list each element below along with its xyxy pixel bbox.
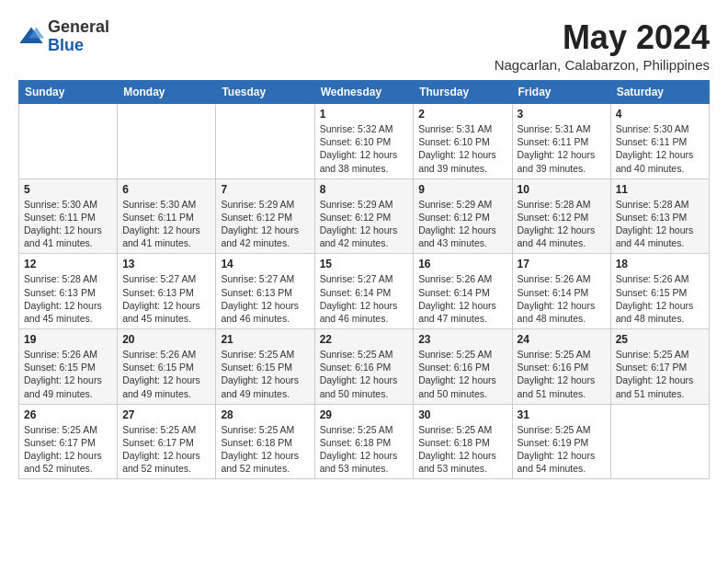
logo-general: General — [48, 18, 109, 37]
day-info: Sunrise: 5:27 AM Sunset: 6:14 PM Dayligh… — [320, 272, 409, 325]
weekday-header: Sunday — [19, 81, 118, 104]
day-info: Sunrise: 5:25 AM Sunset: 6:18 PM Dayligh… — [320, 423, 409, 476]
day-number: 26 — [24, 408, 112, 421]
day-info: Sunrise: 5:26 AM Sunset: 6:15 PM Dayligh… — [122, 348, 210, 400]
day-number: 12 — [24, 258, 112, 270]
day-info: Sunrise: 5:29 AM Sunset: 6:12 PM Dayligh… — [221, 198, 309, 250]
day-info: Sunrise: 5:28 AM Sunset: 6:12 PM Dayligh… — [518, 198, 606, 250]
logo: General Blue — [18, 18, 109, 55]
calendar-cell: 4Sunrise: 5:30 AM Sunset: 6:11 PM Daylig… — [610, 104, 709, 179]
weekday-header-row: SundayMondayTuesdayWednesdayThursdayFrid… — [19, 81, 710, 104]
day-info: Sunrise: 5:31 AM Sunset: 6:10 PM Dayligh… — [418, 122, 506, 175]
day-number: 17 — [518, 258, 606, 270]
day-info: Sunrise: 5:27 AM Sunset: 6:13 PM Dayligh… — [221, 272, 309, 325]
day-number: 11 — [616, 183, 704, 196]
calendar-cell: 22Sunrise: 5:25 AM Sunset: 6:16 PM Dayli… — [314, 329, 414, 405]
weekday-header: Saturday — [610, 81, 709, 104]
calendar-cell: 7Sunrise: 5:29 AM Sunset: 6:12 PM Daylig… — [216, 178, 314, 254]
day-number: 16 — [418, 258, 506, 270]
calendar-cell: 25Sunrise: 5:25 AM Sunset: 6:17 PM Dayli… — [610, 329, 709, 405]
title-area: May 2024 Nagcarlan, Calabarzon, Philippi… — [495, 18, 710, 73]
calendar-cell — [19, 104, 118, 179]
calendar-cell: 18Sunrise: 5:26 AM Sunset: 6:15 PM Dayli… — [610, 254, 709, 329]
calendar-cell: 20Sunrise: 5:26 AM Sunset: 6:15 PM Dayli… — [118, 329, 216, 405]
location: Nagcarlan, Calabarzon, Philippines — [495, 57, 710, 73]
page-header: General Blue May 2024 Nagcarlan, Calabar… — [18, 18, 710, 73]
day-number: 3 — [518, 108, 606, 121]
day-number: 2 — [418, 108, 506, 121]
day-info: Sunrise: 5:25 AM Sunset: 6:17 PM Dayligh… — [24, 423, 112, 476]
day-number: 8 — [320, 183, 409, 196]
calendar-week-row: 12Sunrise: 5:28 AM Sunset: 6:13 PM Dayli… — [19, 254, 710, 329]
day-info: Sunrise: 5:25 AM Sunset: 6:19 PM Dayligh… — [518, 423, 606, 476]
day-number: 4 — [616, 108, 704, 121]
day-number: 19 — [24, 333, 112, 346]
calendar-cell: 6Sunrise: 5:30 AM Sunset: 6:11 PM Daylig… — [118, 178, 216, 254]
weekday-header: Thursday — [414, 81, 512, 104]
calendar-cell: 24Sunrise: 5:25 AM Sunset: 6:16 PM Dayli… — [512, 329, 610, 405]
day-number: 6 — [122, 183, 210, 196]
day-number: 23 — [418, 333, 506, 346]
calendar-cell: 1Sunrise: 5:32 AM Sunset: 6:10 PM Daylig… — [314, 104, 414, 179]
day-info: Sunrise: 5:26 AM Sunset: 6:15 PM Dayligh… — [616, 272, 704, 325]
month-year: May 2024 — [495, 18, 710, 57]
day-number: 1 — [320, 108, 409, 121]
calendar-week-row: 1Sunrise: 5:32 AM Sunset: 6:10 PM Daylig… — [19, 104, 710, 179]
day-number: 29 — [320, 408, 409, 421]
calendar-week-row: 19Sunrise: 5:26 AM Sunset: 6:15 PM Dayli… — [19, 329, 710, 405]
day-number: 31 — [518, 408, 606, 421]
day-info: Sunrise: 5:25 AM Sunset: 6:16 PM Dayligh… — [418, 348, 506, 400]
calendar-cell: 12Sunrise: 5:28 AM Sunset: 6:13 PM Dayli… — [19, 254, 118, 329]
day-number: 9 — [418, 183, 506, 196]
day-number: 30 — [418, 408, 506, 421]
calendar-cell — [610, 404, 709, 479]
day-info: Sunrise: 5:27 AM Sunset: 6:13 PM Dayligh… — [122, 272, 210, 325]
calendar-cell: 10Sunrise: 5:28 AM Sunset: 6:12 PM Dayli… — [512, 178, 610, 254]
day-info: Sunrise: 5:25 AM Sunset: 6:18 PM Dayligh… — [418, 423, 506, 476]
calendar-cell: 28Sunrise: 5:25 AM Sunset: 6:18 PM Dayli… — [216, 404, 314, 479]
calendar-week-row: 5Sunrise: 5:30 AM Sunset: 6:11 PM Daylig… — [19, 178, 710, 254]
weekday-header: Monday — [118, 81, 216, 104]
day-info: Sunrise: 5:29 AM Sunset: 6:12 PM Dayligh… — [418, 198, 506, 250]
day-number: 5 — [24, 183, 112, 196]
calendar-cell: 15Sunrise: 5:27 AM Sunset: 6:14 PM Dayli… — [314, 254, 414, 329]
calendar-cell: 13Sunrise: 5:27 AM Sunset: 6:13 PM Dayli… — [118, 254, 216, 329]
calendar-cell: 11Sunrise: 5:28 AM Sunset: 6:13 PM Dayli… — [610, 178, 709, 254]
logo-icon — [18, 24, 44, 50]
calendar-cell: 27Sunrise: 5:25 AM Sunset: 6:17 PM Dayli… — [118, 404, 216, 479]
day-number: 21 — [221, 333, 309, 346]
calendar-cell: 26Sunrise: 5:25 AM Sunset: 6:17 PM Dayli… — [19, 404, 118, 479]
calendar-cell: 16Sunrise: 5:26 AM Sunset: 6:14 PM Dayli… — [414, 254, 512, 329]
day-info: Sunrise: 5:28 AM Sunset: 6:13 PM Dayligh… — [24, 272, 112, 325]
calendar-cell: 3Sunrise: 5:31 AM Sunset: 6:11 PM Daylig… — [512, 104, 610, 179]
calendar-cell: 8Sunrise: 5:29 AM Sunset: 6:12 PM Daylig… — [314, 178, 414, 254]
day-info: Sunrise: 5:31 AM Sunset: 6:11 PM Dayligh… — [518, 122, 606, 175]
day-number: 7 — [221, 183, 309, 196]
day-info: Sunrise: 5:26 AM Sunset: 6:15 PM Dayligh… — [24, 348, 112, 400]
day-number: 15 — [320, 258, 409, 270]
day-info: Sunrise: 5:25 AM Sunset: 6:18 PM Dayligh… — [221, 423, 309, 476]
day-number: 28 — [221, 408, 309, 421]
day-number: 14 — [221, 258, 309, 270]
calendar-cell: 5Sunrise: 5:30 AM Sunset: 6:11 PM Daylig… — [19, 178, 118, 254]
day-info: Sunrise: 5:30 AM Sunset: 6:11 PM Dayligh… — [24, 198, 112, 250]
calendar-cell: 17Sunrise: 5:26 AM Sunset: 6:14 PM Dayli… — [512, 254, 610, 329]
day-number: 25 — [616, 333, 704, 346]
day-info: Sunrise: 5:28 AM Sunset: 6:13 PM Dayligh… — [616, 198, 704, 250]
day-number: 20 — [122, 333, 210, 346]
calendar-cell: 30Sunrise: 5:25 AM Sunset: 6:18 PM Dayli… — [414, 404, 512, 479]
calendar-table: SundayMondayTuesdayWednesdayThursdayFrid… — [18, 80, 710, 479]
day-info: Sunrise: 5:30 AM Sunset: 6:11 PM Dayligh… — [616, 122, 704, 175]
calendar-week-row: 26Sunrise: 5:25 AM Sunset: 6:17 PM Dayli… — [19, 404, 710, 479]
weekday-header: Wednesday — [314, 81, 414, 104]
day-info: Sunrise: 5:25 AM Sunset: 6:17 PM Dayligh… — [616, 348, 704, 400]
calendar-cell: 14Sunrise: 5:27 AM Sunset: 6:13 PM Dayli… — [216, 254, 314, 329]
day-info: Sunrise: 5:25 AM Sunset: 6:17 PM Dayligh… — [122, 423, 210, 476]
day-number: 18 — [616, 258, 704, 270]
calendar-cell — [118, 104, 216, 179]
day-info: Sunrise: 5:25 AM Sunset: 6:16 PM Dayligh… — [320, 348, 409, 400]
day-number: 13 — [122, 258, 210, 270]
calendar-cell: 19Sunrise: 5:26 AM Sunset: 6:15 PM Dayli… — [19, 329, 118, 405]
calendar-cell: 21Sunrise: 5:25 AM Sunset: 6:15 PM Dayli… — [216, 329, 314, 405]
calendar-cell: 23Sunrise: 5:25 AM Sunset: 6:16 PM Dayli… — [414, 329, 512, 405]
